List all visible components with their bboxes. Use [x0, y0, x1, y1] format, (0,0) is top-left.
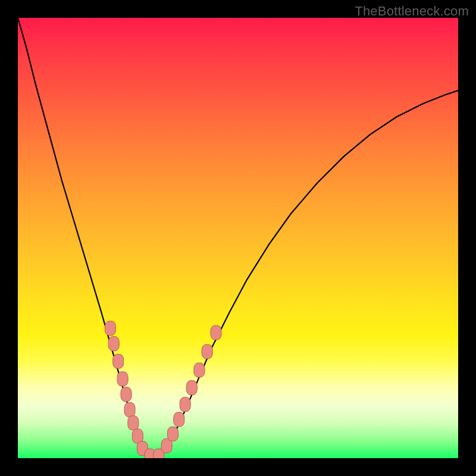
data-marker	[128, 416, 139, 430]
data-marker	[105, 321, 115, 336]
data-marker	[121, 387, 131, 402]
data-marker	[194, 363, 205, 377]
data-marker	[174, 412, 184, 427]
chart-svg	[18, 18, 458, 458]
data-markers	[105, 321, 221, 458]
data-marker	[108, 337, 119, 351]
data-marker	[113, 354, 124, 368]
data-marker	[124, 403, 135, 417]
watermark-text: TheBottleneck.com	[355, 4, 469, 19]
bottleneck-curve	[18, 18, 458, 458]
data-marker	[211, 325, 221, 340]
data-marker	[168, 427, 178, 441]
data-marker	[202, 345, 212, 359]
data-marker	[180, 397, 190, 412]
chart-frame: TheBottleneck.com	[0, 0, 476, 476]
data-marker	[117, 372, 128, 386]
data-marker	[186, 381, 197, 395]
plot-area	[18, 18, 458, 458]
